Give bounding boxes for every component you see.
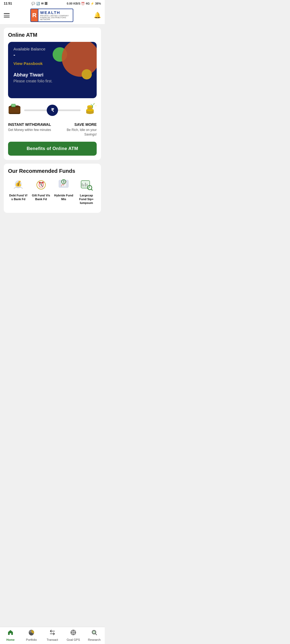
- atm-section: Online ATM Available Balance - View Pass…: [4, 28, 101, 160]
- svg-text:✦: ✦: [93, 103, 95, 105]
- svg-point-10: [87, 105, 93, 107]
- logo-wealth: WEALTH: [40, 10, 60, 15]
- balance-label: Available Balance: [13, 47, 91, 51]
- logo-tagline: FINANCIAL DISTRIBUTORS NETWORK: [40, 17, 71, 20]
- invest-icon: ✦ ✦: [83, 103, 97, 118]
- wallet-svg: [8, 103, 21, 115]
- save-more-desc: Be Rich, Idle on your Savings!: [59, 128, 97, 137]
- balance-amount: -: [13, 52, 91, 58]
- instant-withdrawal-desc: Get Money within few minutes: [8, 128, 51, 132]
- logo-container: R WEALTH PRIVATE LIMITED COMPANY FINANCI…: [30, 9, 73, 22]
- notification-bell[interactable]: 🔔: [94, 12, 101, 19]
- logo-subtitle: PRIVATE LIMITED COMPANY: [40, 15, 69, 17]
- svg-text:✦: ✦: [95, 105, 96, 107]
- fund-icon-3: [79, 178, 93, 192]
- battery: 38%: [95, 2, 101, 5]
- fund-icon-0: 💰: [11, 178, 25, 192]
- invest-svg: ✦ ✦: [83, 103, 97, 116]
- fund-label-0: Debt Fund V/ s Bank Fd: [8, 193, 29, 201]
- fund-label-3: Largecap Fund Sip+ lumpsum: [76, 193, 97, 205]
- svg-line-29: [91, 189, 92, 190]
- svg-rect-4: [12, 104, 15, 107]
- header: R WEALTH PRIVATE LIMITED COMPANY FINANCI…: [0, 6, 105, 24]
- fund-item-0[interactable]: 💰 Debt Fund V/ s Bank Fd: [8, 178, 29, 205]
- instant-withdrawal-title: INSTANT WITHDRAWAL: [8, 122, 51, 127]
- funds-title: Our Recommended Funds: [8, 168, 97, 174]
- status-bar: 11:51 💬 🔄 ✉ 🖼 0.00 KB/S ⏰ 4G ⚡ 38%: [0, 0, 105, 6]
- status-time: 11:51: [4, 2, 12, 5]
- svg-text:💰: 💰: [15, 180, 22, 187]
- fund-icon-1: ⏰: [34, 178, 48, 192]
- fund-item-1[interactable]: ⏰ Gilt Fund V/s Bank Fd: [31, 178, 52, 205]
- rupee-circle: ₹: [47, 105, 58, 116]
- alarm-icon: ⏰: [81, 2, 85, 5]
- fund-icon-2: 📈 $: [57, 178, 71, 192]
- svg-text:$: $: [63, 180, 65, 184]
- gmail-icon: ✉: [41, 2, 44, 5]
- slider-section: ₹ ✦ ✦: [8, 103, 97, 118]
- fund-label-1: Gilt Fund V/s Bank Fd: [31, 193, 52, 201]
- funds-grid: 💰 Debt Fund V/ s Bank Fd ⏰ Gilt Fund V/s…: [8, 178, 97, 205]
- wallet-icon: [8, 103, 21, 117]
- svg-rect-1: [9, 107, 20, 113]
- sync-icon: 🔄: [36, 2, 40, 5]
- benefits-btn[interactable]: Benefits of Online ATM: [8, 142, 97, 156]
- user-name: Abhay Tiwari: [13, 72, 91, 78]
- photos-icon: 🖼: [45, 2, 48, 5]
- whatsapp-icon: 💬: [31, 2, 35, 5]
- user-subtitle: Please create folio first.: [13, 79, 91, 83]
- logo-r-letter: R: [31, 9, 39, 21]
- lte-icon: 4G: [86, 2, 90, 5]
- logo-text-area: WEALTH PRIVATE LIMITED COMPANY FINANCIAL…: [38, 10, 73, 21]
- fund-label-2: Hybride Fund Mis: [53, 193, 74, 201]
- fund-item-3[interactable]: Largecap Fund Sip+ lumpsum: [76, 178, 97, 205]
- instant-withdrawal: INSTANT WITHDRAWAL Get Money within few …: [8, 122, 51, 137]
- funds-section: Our Recommended Funds 💰 Debt Fund V/ s B…: [4, 164, 101, 213]
- balance-card: Available Balance - View Passbook Abhay …: [8, 42, 97, 98]
- bluetooth-icon: ⚡: [90, 2, 94, 5]
- fund-item-2[interactable]: 📈 $ Hybride Fund Mis: [53, 178, 74, 205]
- network-speed: 0.00 KB/S: [67, 2, 81, 5]
- feature-row: INSTANT WITHDRAWAL Get Money within few …: [8, 122, 97, 137]
- view-passbook-link[interactable]: View Passbook: [13, 61, 91, 66]
- save-more-title: SAVE MORE: [59, 122, 97, 127]
- logo-box: R WEALTH PRIVATE LIMITED COMPANY FINANCI…: [30, 9, 73, 22]
- main-content: Online ATM Available Balance - View Pass…: [0, 24, 105, 237]
- save-more: SAVE MORE Be Rich, Idle on your Savings!: [59, 122, 97, 137]
- status-icons: 💬 🔄 ✉ 🖼: [31, 2, 48, 5]
- status-right: 0.00 KB/S ⏰ 4G ⚡ 38%: [67, 2, 101, 5]
- atm-section-title: Online ATM: [8, 32, 97, 38]
- slider-track[interactable]: ₹: [24, 109, 81, 111]
- hamburger-menu[interactable]: [4, 13, 10, 17]
